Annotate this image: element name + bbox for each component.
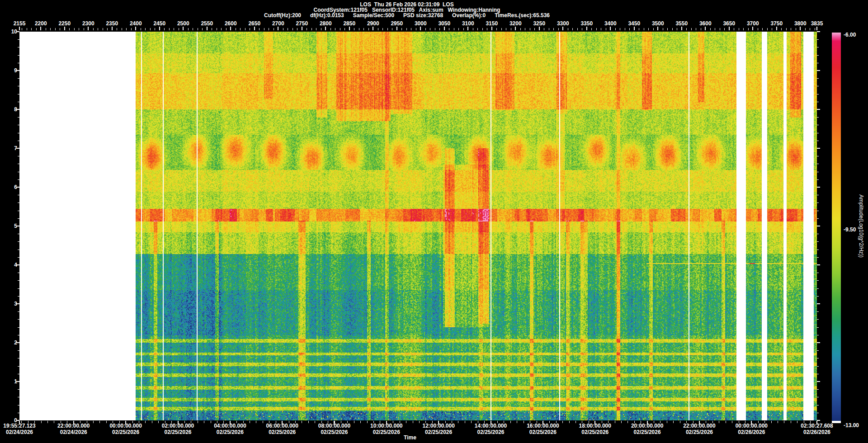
top-axis-label: 2200 [35,20,47,27]
time-axis-minor-tick [139,421,139,423]
top-axis-minor-tick [458,28,459,30]
top-axis-minor-tick [449,28,449,30]
y-axis-minor-tick-right [817,366,819,367]
y-axis-label: 9 [4,67,17,74]
time-axis-minor-tick [132,421,133,423]
top-axis-minor-tick [544,28,544,30]
time-axis-minor-tick [660,421,660,423]
time-axis-minor-tick [719,421,719,423]
time-axis-minor-tick [751,421,752,423]
time-axis-label-date: 02/25/2026 [109,429,142,435]
top-axis-minor-tick [84,28,84,30]
time-axis-minor-tick [445,421,446,423]
y-axis-minor-tick [18,273,19,273]
top-axis-minor-tick [696,28,696,30]
top-axis-minor-tick [454,28,454,30]
top-axis-major-tick [88,27,89,30]
top-axis-label: 3650 [723,20,735,27]
time-axis-label-date: 02/25/2026 [475,429,507,435]
y-axis-minor-tick-right [817,405,819,405]
y-axis-minor-tick [18,141,19,141]
top-axis-minor-tick [520,28,521,30]
top-axis-minor-tick [387,28,388,30]
top-axis-label: 3550 [675,20,688,27]
time-axis-minor-tick [236,421,237,423]
top-axis-major-tick [325,27,326,30]
y-axis-minor-tick [18,63,19,63]
top-axis-minor-tick [122,28,122,30]
time-axis-minor-tick [34,421,35,423]
y-axis-minor-tick [18,311,19,312]
time-axis-label-time: 00:00:00.000 [736,423,768,429]
top-axis-major-tick [705,27,706,30]
top-axis-minor-tick [748,28,749,30]
y-axis-minor-tick-right [817,141,819,141]
y-axis-minor-tick [18,405,19,405]
top-axis-minor-tick [425,28,426,30]
top-axis-minor-tick [477,28,478,30]
top-axis-major-tick [183,27,184,30]
y-axis-minor-tick [18,164,19,164]
y-axis-minor-tick-right [817,156,819,156]
top-axis-minor-tick [482,28,483,30]
time-axis-minor-tick [113,421,113,423]
time-axis-minor-tick [387,421,387,423]
top-axis-minor-tick [743,28,744,30]
time-axis-label: 08:00:00.00002/25/2026 [318,423,350,435]
time-axis-label-time: 22:00:00.000 [57,423,90,429]
time-axis-minor-tick [784,421,784,423]
time-axis-label: 16:00:00.00002/25/2026 [527,423,559,435]
time-axis-minor-tick [21,421,22,423]
time-axis-minor-tick [211,421,211,423]
y-axis-minor-tick-right [817,39,819,40]
time-axis-minor-tick [452,421,452,423]
time-axis-minor-tick [686,421,687,423]
top-axis-minor-tick [568,28,568,30]
time-axis-minor-tick [269,421,269,423]
y-axis-major-tick [16,303,19,304]
top-axis-minor-tick [202,28,203,30]
time-axis-label: 02:30:27.60802/26/2026 [801,423,833,435]
time-axis-label-date: 02/24/2026 [3,429,35,435]
time-axis-minor-tick [93,421,94,423]
top-axis-minor-tick [103,28,103,30]
time-axis-minor-tick [165,421,165,423]
time-axis-minor-tick [341,421,341,423]
top-axis-minor-tick [307,28,307,30]
time-axis-minor-tick [817,421,817,423]
time-axis-minor-tick [497,421,498,423]
top-axis-minor-tick [22,28,22,30]
top-axis-label: 3600 [699,20,712,27]
time-axis-minor-tick [576,421,576,423]
y-axis-minor-tick-right [817,218,819,219]
y-axis-label: 2 [4,339,17,346]
y-axis-minor-tick-right [817,195,819,195]
time-axis-minor-tick [699,421,700,423]
y-axis-minor-tick [18,102,19,102]
y-axis-minor-tick-right [817,203,819,203]
top-axis-label: 3500 [652,20,664,27]
top-axis-minor-tick [758,28,758,30]
y-axis-major-tick-right [817,70,820,71]
top-axis-major-tick [729,27,730,30]
top-axis-minor-tick [691,28,692,30]
top-axis-label: 2900 [367,20,379,27]
time-axis-label-date: 02/25/2026 [214,429,246,435]
time-axis-label: 22:00:00.00002/25/2026 [683,423,715,435]
y-axis-minor-tick-right [817,78,819,79]
top-axis-minor-tick [316,28,316,30]
top-axis-minor-tick [392,28,392,30]
y-axis-label: 7 [4,145,17,151]
y-axis-major-tick [16,381,19,382]
spectrogram-canvas [19,32,817,420]
y-axis-minor-tick [18,179,19,180]
y-axis-minor-tick [18,203,19,203]
time-axis-minor-tick [641,421,641,423]
top-axis-minor-tick [677,28,677,30]
time-axis-minor-tick [393,421,393,423]
y-axis-minor-tick [18,55,19,56]
time-axis-minor-tick [198,421,198,423]
y-axis-major-tick-right [817,264,820,265]
time-axis-label-date: 02/25/2026 [683,429,715,435]
top-axis-minor-tick [69,28,70,30]
